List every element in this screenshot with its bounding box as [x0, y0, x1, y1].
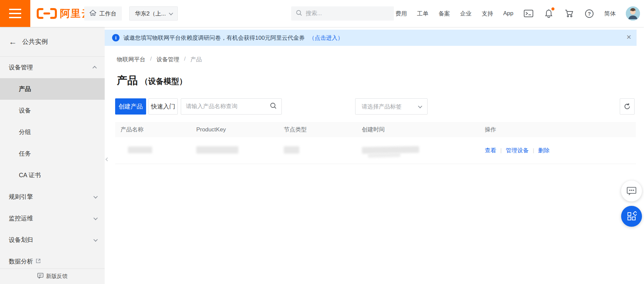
svg-text:?: ?	[587, 11, 590, 17]
sidebar-item-rules-engine[interactable]: 规则引擎	[0, 186, 105, 208]
breadcrumb-products: 产品	[190, 56, 202, 63]
redacted-created-at	[362, 146, 419, 154]
redacted-product-key	[196, 146, 238, 154]
col-product-key: ProductKey	[196, 126, 284, 133]
nav-link-tickets[interactable]: 工单	[417, 10, 429, 18]
main-content: 物联网平台 / 设备管理 / 产品 产品 （设备模型） 创建产品 快速入门 请选…	[105, 27, 644, 284]
sidebar-item-groups[interactable]: 分组	[0, 121, 105, 143]
top-navbar: 阿里云 工作台 华东2（上... 费用 工单 备案 企业 支持 App	[0, 0, 644, 27]
chevron-up-icon	[93, 66, 97, 70]
feedback-button[interactable]: 新版反馈	[0, 269, 105, 284]
feedback-icon	[37, 273, 43, 280]
sidebar-item-label: 监控运维	[9, 214, 33, 222]
feedback-label: 新版反馈	[46, 273, 68, 280]
notification-dot	[551, 7, 554, 10]
refresh-button[interactable]	[620, 98, 635, 115]
notifications-bell-icon[interactable]	[544, 8, 554, 19]
sidebar-collapse-handle[interactable]	[105, 149, 110, 169]
region-selector[interactable]: 华东2（上...	[129, 6, 178, 21]
breadcrumb-iot-platform[interactable]: 物联网平台	[117, 56, 145, 63]
chevron-down-icon	[94, 237, 98, 242]
search-icon	[296, 10, 302, 18]
breadcrumb: 物联网平台 / 设备管理 / 产品	[117, 56, 202, 63]
chevron-down-icon	[94, 216, 98, 220]
chevron-down-icon	[94, 194, 98, 198]
sidebar-item-monitoring-ops[interactable]: 监控运维	[0, 208, 105, 229]
view-link[interactable]: 查看	[485, 147, 496, 154]
sidebar-item-label: 设备	[19, 106, 31, 115]
grid-diamond-icon	[626, 211, 637, 221]
col-node-type: 节点类型	[284, 126, 362, 133]
sidebar-item-label: 产品	[19, 85, 31, 93]
product-tag-placeholder: 请选择产品标签	[362, 103, 402, 111]
page-title-sub: （设备模型）	[140, 76, 187, 87]
sidebar-item-device-management[interactable]: 设备管理	[0, 57, 105, 78]
hamburger-menu-button[interactable]	[0, 0, 30, 27]
nav-link-enterprise[interactable]: 企业	[460, 10, 472, 18]
breadcrumb-separator: /	[150, 56, 152, 63]
sidebar-item-devices[interactable]: 设备	[0, 100, 105, 121]
product-name-search-input[interactable]	[186, 103, 267, 110]
external-link-icon	[36, 258, 41, 265]
table-row: 查看 | 管理设备 | 删除	[115, 137, 636, 164]
banner-enter-link[interactable]: （点击进入）	[309, 34, 343, 42]
cloudshell-terminal-icon[interactable]	[523, 8, 534, 19]
back-arrow-icon: ←	[9, 38, 17, 46]
col-product-name: 产品名称	[121, 126, 196, 133]
refresh-icon	[623, 103, 631, 110]
product-name-search[interactable]	[181, 98, 282, 115]
cart-icon[interactable]	[564, 8, 574, 19]
sidebar-item-label: 设备管理	[9, 63, 33, 71]
product-tag-select[interactable]: 请选择产品标签	[355, 98, 428, 115]
region-label: 华东2（上...	[135, 10, 166, 18]
nav-link-billing[interactable]: 费用	[396, 10, 407, 18]
instance-label: 公共实例	[22, 37, 48, 46]
info-icon: i	[112, 34, 120, 41]
workbench-label: 工作台	[99, 10, 116, 18]
page-title-main: 产品	[117, 73, 138, 88]
sidebar-item-jobs[interactable]: 任务	[0, 143, 105, 164]
col-created-at: 创建时间	[362, 126, 485, 133]
user-avatar[interactable]	[626, 6, 640, 21]
page-title: 产品 （设备模型）	[117, 73, 187, 88]
search-icon	[270, 102, 277, 111]
redacted-created-at-line2	[368, 153, 400, 158]
nav-link-support[interactable]: 支持	[482, 10, 493, 18]
chevron-left-icon	[105, 157, 109, 161]
toolbar: 创建产品 快速入门 请选择产品标签	[115, 98, 636, 115]
sidebar: ← 公共实例 设备管理 产品 设备 分组 任务 CA 证书 规则引擎 监控运维	[0, 27, 105, 284]
manage-devices-link[interactable]: 管理设备	[506, 147, 529, 154]
notice-banner: i 诚邀您填写物联网平台依赖度调研问卷，有机会获得100元阿里云代金券 （点击进…	[105, 30, 637, 46]
global-search[interactable]	[291, 6, 394, 21]
aliyun-logo-icon	[36, 8, 57, 19]
breadcrumb-device-management[interactable]: 设备管理	[157, 56, 179, 63]
chevron-down-icon	[169, 11, 173, 15]
home-icon	[90, 10, 96, 18]
global-search-input[interactable]	[306, 10, 380, 17]
nav-link-icp[interactable]: 备案	[439, 10, 450, 18]
iot-console-page: 阿里云 工作台 华东2（上... 费用 工单 备案 企业 支持 App	[0, 0, 644, 284]
sidebar-back-public-instance[interactable]: ← 公共实例	[0, 27, 105, 57]
sidebar-item-label: 分组	[19, 128, 31, 136]
navbar-right-area: 费用 工单 备案 企业 支持 App ? 简体	[396, 0, 644, 27]
widget-launcher-button[interactable]	[621, 206, 642, 227]
chevron-down-icon	[418, 104, 422, 108]
feedback-chat-button[interactable]	[621, 181, 642, 201]
action-divider: |	[533, 147, 534, 154]
products-table: 产品名称 ProductKey 节点类型 创建时间 操作 查看 | 管理设备	[115, 122, 636, 164]
table-header-row: 产品名称 ProductKey 节点类型 创建时间 操作	[115, 122, 636, 137]
quickstart-button[interactable]: 快速入门	[148, 98, 178, 115]
speech-bubble-icon	[626, 186, 637, 196]
sidebar-item-products[interactable]: 产品	[0, 78, 105, 100]
delete-link[interactable]: 删除	[538, 147, 550, 154]
language-selector[interactable]: 简体	[604, 10, 616, 18]
nav-link-app[interactable]: App	[503, 10, 513, 17]
banner-close-icon[interactable]: ×	[626, 33, 631, 41]
sidebar-item-label: 设备划归	[9, 236, 33, 244]
row-actions: 查看 | 管理设备 | 删除	[485, 147, 636, 154]
sidebar-item-ca-certificates[interactable]: CA 证书	[0, 164, 105, 186]
create-product-button[interactable]: 创建产品	[115, 98, 146, 115]
workbench-button[interactable]: 工作台	[84, 6, 122, 21]
sidebar-item-device-assignment[interactable]: 设备划归	[0, 229, 105, 251]
help-icon[interactable]: ?	[584, 8, 594, 19]
